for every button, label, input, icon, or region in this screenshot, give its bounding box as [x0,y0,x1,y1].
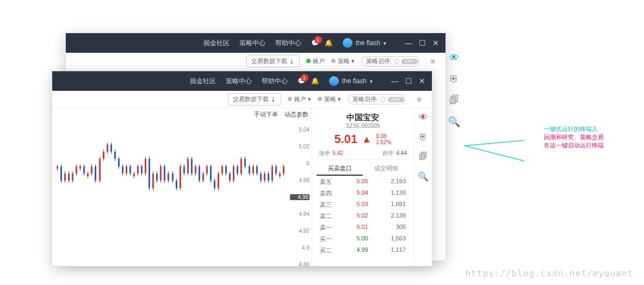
note-icon[interactable]: 🗐 [449,95,459,106]
orderbook-row: 卖三5.031,091 [317,199,409,210]
candle [72,174,73,181]
candle [183,166,185,174]
chevron-down-icon: ▾ [370,78,373,84]
nav-strategy-2[interactable]: 策略中心 [226,77,252,86]
orderbook-row: 买二4.991,117 [317,245,409,256]
ob-label: 买一 [320,235,336,243]
candle [210,166,212,181]
shield-icon[interactable]: ⛨ [426,58,440,65]
orderbook-row: 卖五5.052,193 [317,176,409,188]
download-button[interactable]: 交易数据下载 ⭳ [246,55,300,67]
candle [133,174,135,176]
candle [202,174,204,181]
account-indicator[interactable]: 账户 [306,57,325,65]
strategy-toggle[interactable]: 策略启停:OFF [361,56,419,66]
tab-manual-order[interactable]: 手动下单 [254,110,278,119]
y-tick: 4.92 [290,228,309,234]
strategy-indicator[interactable]: 策略 ▾ [331,57,355,65]
ob-qty: 2,193 [379,178,406,186]
bell-icon[interactable]: 🔔 [325,39,333,47]
magnify-icon[interactable]: 🔍 [417,170,429,182]
candle [141,166,143,174]
nav-community-2[interactable]: 掘金社区 [190,77,216,86]
nav-help[interactable]: 帮助中心 [275,39,301,48]
candle [221,166,223,174]
magnify-icon[interactable]: 🔍 [448,116,460,128]
limit-up-value: 5.42 [333,150,343,156]
y-tick: 5.04 [290,127,309,133]
candle [87,174,89,176]
candle [249,166,250,174]
maximize-icon[interactable]: ☐ [405,77,412,85]
candle [237,166,238,174]
candle [57,166,58,169]
nav-community[interactable]: 掘金社区 [203,39,230,48]
candle [148,159,150,188]
strategy-toggle-2[interactable]: 策略启停:OFF [348,94,406,104]
ob-price: 5.03 [346,201,368,209]
change-pct: 1.62% [376,139,391,145]
chart-y-axis: 5.045.0254.984.964.944.924.94.88 [290,127,309,262]
candle [152,174,154,188]
candle [283,166,284,174]
minimize-icon[interactable]: — [405,39,412,47]
shield-outline-icon[interactable]: ⛨ [449,73,459,85]
maximize-icon[interactable]: ☐ [419,39,426,47]
y-tick: 4.9 [290,245,309,251]
nav-help-2[interactable]: 帮助中心 [262,77,288,86]
bell-icon[interactable]: 🔔 [311,77,319,85]
tab-dyn-params[interactable]: 动态参数 [284,110,308,119]
candle [244,159,246,166]
candle [252,166,254,174]
toolbar-front: 交易数据下载 ⭳ 账户 ▾ 策略 ▾ 策略启停:OFF ⛨ [52,91,432,108]
username-2: the flash [342,77,367,85]
outer-side-rail: 👁 ⛨ 🗐 🔍 [446,52,462,128]
close-icon[interactable]: ✕ [419,77,425,85]
ob-label: 卖三 [320,201,336,209]
candle [168,174,169,181]
user-menu[interactable]: the flash ▾ [343,38,386,48]
strategy-indicator-2[interactable]: 策略 ▾ [318,95,341,103]
ob-label: 卖二 [320,212,336,220]
download-button-2[interactable]: 交易数据下载 ⭳ [228,93,281,106]
avatar-icon [329,76,339,86]
close-icon[interactable]: ✕ [432,39,439,47]
chart-pane[interactable]: 手动下单 动态参数 5.045.0254.984.964.944.924.94.… [52,108,312,266]
order-book: 卖五5.052,193卖四5.041,138卖三5.031,091卖二5.022… [317,176,409,256]
minimize-icon[interactable]: — [391,77,399,85]
candle [214,181,215,188]
account-indicator-2[interactable]: 账户 ▾ [288,95,311,103]
titlebar-front: 掘金社区 策略中心 帮助中心 💬 1 🔔 the flash ▾ — ☐ ✕ [52,71,432,91]
candle [191,159,193,174]
candle [256,166,258,174]
candle [195,166,196,174]
candle [64,174,66,181]
user-menu-2[interactable]: the flash ▾ [329,76,373,86]
ob-label: 卖四 [320,189,336,197]
change-abs: 0.08 [376,133,391,139]
tab-orderbook[interactable]: 买卖盘口 [317,162,363,176]
candle [60,166,62,181]
notif-badge-2: 1 [301,74,308,82]
y-tick: 5.02 [290,144,309,150]
candle [172,174,174,181]
candle [199,166,200,181]
candle [145,159,146,174]
candle [268,174,269,181]
limit-up-label: 涨停: [319,150,331,156]
orderbook-row: 卖二5.022,139 [317,210,409,222]
candle [160,166,162,181]
ob-label: 买二 [320,246,336,255]
nav-strategy[interactable]: 策略中心 [239,39,265,48]
candle [107,145,108,152]
note-icon[interactable]: 🗐 [417,151,429,163]
candle [233,166,234,181]
shield-outline-icon[interactable]: ⛨ [417,131,429,143]
candle [264,174,265,181]
candle [118,159,120,166]
eye-icon[interactable]: 👁 [449,52,459,64]
foreground-window: 掘金社区 策略中心 帮助中心 💬 1 🔔 the flash ▾ — ☐ ✕ 交… [52,71,432,267]
tab-ticks[interactable]: 成交明细 [363,162,409,176]
eye-icon[interactable]: 👁 [417,111,429,123]
shield-icon-2[interactable]: ⛨ [412,96,426,103]
